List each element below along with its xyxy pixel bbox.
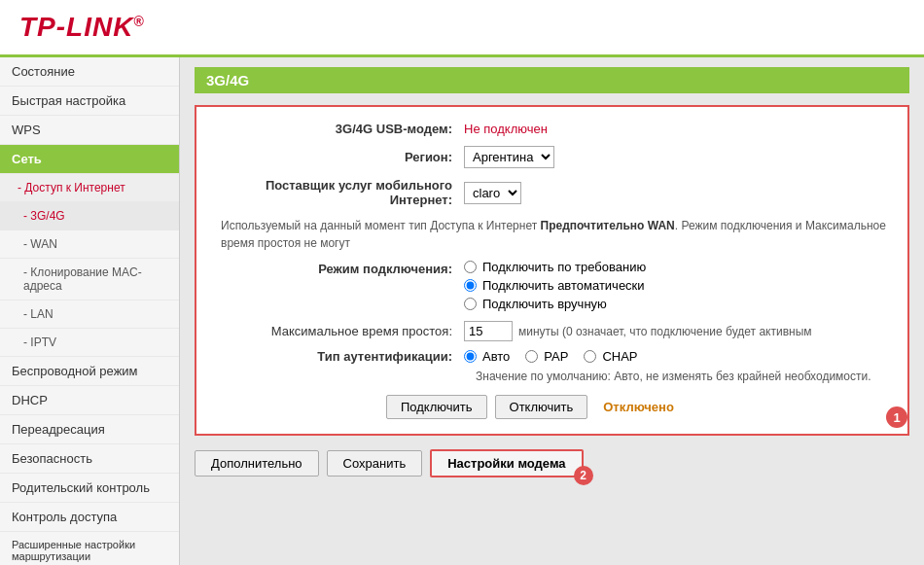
- page-title: 3G/4G: [195, 67, 909, 93]
- bottom-buttons: Дополнительно Сохранить Настройки модема…: [195, 449, 909, 477]
- logo: TP-LINK®: [19, 12, 905, 43]
- sidebar-item-wireless[interactable]: Беспроводной режим: [0, 357, 179, 386]
- connect-manual-radio[interactable]: [464, 298, 477, 310]
- auth-chap-radio[interactable]: [584, 350, 596, 363]
- auth-auto-radio[interactable]: [464, 350, 477, 363]
- connect-on-demand-radio[interactable]: [464, 261, 477, 273]
- connect-manual-label[interactable]: Подключить вручную: [482, 297, 607, 311]
- sidebar-item-dhcp[interactable]: DHCP: [0, 386, 179, 415]
- sidebar-item-wan[interactable]: - WAN: [0, 230, 179, 259]
- save-button[interactable]: Сохранить: [327, 450, 423, 477]
- form-container: 3G/4G USB-модем: Не подключен Регион: Ар…: [195, 105, 909, 436]
- region-row: Регион: Аргентина: [211, 146, 893, 168]
- content: 3G/4G 3G/4G USB-модем: Не подключен Реги…: [180, 57, 924, 565]
- sidebar-item-security[interactable]: Безопасность: [0, 444, 179, 474]
- auth-hint: Значение по умолчанию: Авто, не изменять…: [211, 370, 893, 383]
- connect-mode-options: Подключить по требованию Подключить авто…: [464, 260, 646, 311]
- button-row: Подключить Отключить Отключено: [211, 395, 893, 419]
- auth-chap-label[interactable]: CHAP: [602, 349, 637, 364]
- sidebar-item-internet-access[interactable]: - Доступ к Интернет: [0, 174, 179, 202]
- info-text: Используемый на данный момент тип Доступ…: [211, 217, 893, 252]
- connect-on-demand-label[interactable]: Подключить по требованию: [482, 260, 646, 274]
- connect-button[interactable]: Подключить: [386, 395, 487, 419]
- status-text: Отключено: [603, 400, 674, 414]
- region-select[interactable]: Аргентина: [464, 146, 554, 168]
- header: TP-LINK®: [0, 0, 924, 57]
- auth-label: Тип аутентификации:: [211, 349, 464, 364]
- connect-mode-label: Режим подключения:: [211, 260, 464, 276]
- usb-modem-row: 3G/4G USB-модем: Не подключен: [211, 122, 893, 136]
- max-idle-input[interactable]: [464, 321, 513, 341]
- connect-auto-row: Подключить автоматически: [464, 278, 646, 293]
- sidebar-item-iptv[interactable]: - IPTV: [0, 329, 179, 357]
- auth-pap-label[interactable]: PAP: [544, 349, 568, 364]
- max-idle-label: Максимальное время простоя:: [211, 324, 464, 338]
- region-label: Регион:: [211, 150, 464, 164]
- modem-btn-wrapper: Настройки модема 2: [430, 449, 583, 477]
- additional-button[interactable]: Дополнительно: [195, 450, 319, 477]
- sidebar-item-wps[interactable]: WPS: [0, 116, 179, 145]
- auth-chap-row: CHAP: [584, 349, 637, 364]
- sidebar-item-advanced-routing[interactable]: Расширенные настройки маршрутизации: [0, 532, 179, 565]
- sidebar-item-access-control[interactable]: Контроль доступа: [0, 503, 179, 532]
- max-idle-suffix: минуты (0 означает, что подключение буде…: [518, 325, 812, 338]
- connect-on-demand-row: Подключить по требованию: [464, 260, 646, 274]
- sidebar: Состояние Быстрая настройка WPS Сеть - Д…: [0, 57, 180, 565]
- sidebar-item-lan[interactable]: - LAN: [0, 300, 179, 329]
- provider-row: Поставщик услуг мобильного Интернет: cla…: [211, 178, 893, 207]
- sidebar-item-3g4g[interactable]: - 3G/4G: [0, 202, 179, 230]
- auth-options: Авто PAP CHAP: [464, 349, 638, 364]
- main-layout: Состояние Быстрая настройка WPS Сеть - Д…: [0, 57, 924, 565]
- provider-select[interactable]: claro: [464, 182, 521, 204]
- auth-pap-row: PAP: [525, 349, 568, 364]
- connect-auto-label[interactable]: Подключить автоматически: [482, 278, 645, 293]
- sidebar-item-parental[interactable]: Родительский контроль: [0, 474, 179, 503]
- auth-auto-row: Авто: [464, 349, 510, 364]
- usb-modem-label: 3G/4G USB-модем:: [211, 122, 464, 136]
- auth-pap-radio[interactable]: [525, 350, 538, 363]
- usb-modem-value: Не подключен: [464, 122, 548, 136]
- auth-auto-label[interactable]: Авто: [482, 349, 510, 364]
- sidebar-item-network[interactable]: Сеть: [0, 145, 179, 174]
- connect-auto-radio[interactable]: [464, 279, 477, 292]
- disconnect-button[interactable]: Отключить: [495, 395, 588, 419]
- sidebar-item-mac-clone[interactable]: - Клонирование MAC-адреса: [0, 259, 179, 300]
- provider-label: Поставщик услуг мобильного Интернет:: [211, 178, 464, 207]
- sidebar-item-forwarding[interactable]: Переадресация: [0, 415, 179, 444]
- modem-settings-button[interactable]: Настройки модема: [430, 449, 583, 477]
- sidebar-item-quick-setup[interactable]: Быстрая настройка: [0, 87, 179, 116]
- app-wrapper: TP-LINK® Состояние Быстрая настройка WPS…: [0, 0, 924, 565]
- badge-1: 1: [886, 406, 907, 428]
- auth-row: Тип аутентификации: Авто PAP CHAP: [211, 349, 893, 364]
- badge-2: 2: [574, 466, 593, 485]
- connect-manual-row: Подключить вручную: [464, 297, 646, 311]
- sidebar-item-status[interactable]: Состояние: [0, 57, 179, 87]
- max-idle-row: Максимальное время простоя: минуты (0 оз…: [211, 321, 893, 341]
- connect-mode-row: Режим подключения: Подключить по требова…: [211, 260, 893, 311]
